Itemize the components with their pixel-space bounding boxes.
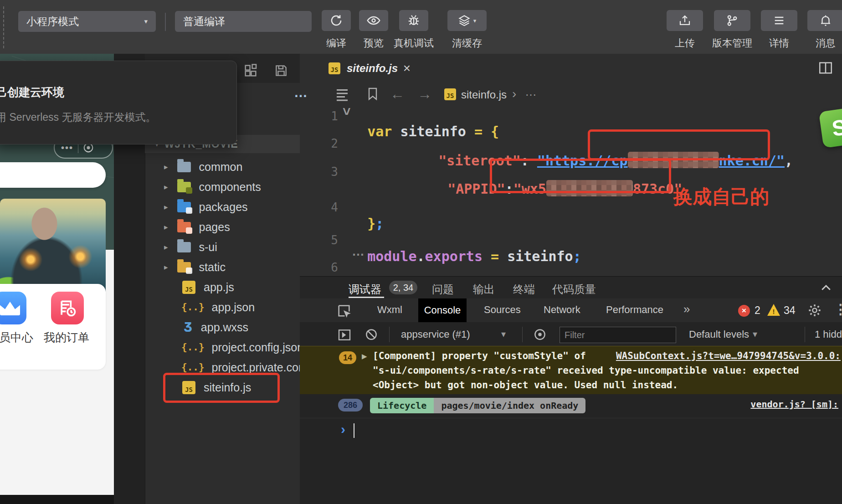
member-center-icon[interactable] (0, 292, 26, 324)
lifecycle-tag: Lifecycle (370, 398, 434, 413)
levels-dropdown-icon[interactable]: ▾ (753, 329, 757, 339)
siteroot-highlight-box (588, 129, 770, 160)
tab-debugger[interactable]: 调试器 (349, 282, 381, 297)
preview-button[interactable] (359, 10, 388, 31)
console-eye-icon[interactable] (533, 328, 547, 341)
editor-tab-siteinfo[interactable]: JS siteinfo.js × (322, 54, 417, 83)
split-editor-icon[interactable] (818, 60, 833, 76)
chevron-right-icon: ▸ (164, 182, 168, 192)
compile-button[interactable] (322, 10, 351, 31)
tab-problems[interactable]: 问题 (432, 282, 454, 297)
toolbar-divider (165, 13, 166, 31)
code-token: } (367, 216, 375, 231)
badge-text: 2, 34 (393, 283, 413, 293)
folder-icon (177, 202, 191, 212)
collapse-panel-icon[interactable] (819, 281, 833, 295)
nav-forward-icon[interactable]: → (417, 86, 432, 103)
tree-item-label: common (199, 160, 243, 174)
tree-item-common[interactable]: ▸ common (145, 157, 300, 177)
device-debug-button[interactable] (399, 10, 428, 31)
outline-icon[interactable] (334, 87, 350, 103)
code-token: exports (425, 248, 483, 264)
movie-banner[interactable] (0, 199, 106, 295)
devtools-tab-wxml[interactable]: Wxml (377, 304, 402, 316)
context-select[interactable]: appservice (#1) (401, 329, 470, 340)
devtools-tab-performance[interactable]: Performance (606, 304, 663, 316)
tree-item-s-ui[interactable]: ▸ s-ui (145, 237, 300, 257)
bookmark-icon[interactable] (365, 87, 380, 101)
code-line-5[interactable]: module.exports = siteinfo; (351, 232, 581, 264)
tree-item-project-config[interactable]: {..} project.config.json (145, 337, 300, 357)
hidden-count-label: 1 hidden (815, 329, 842, 340)
fold-icon[interactable]: ˅ (343, 104, 351, 119)
save-icon[interactable] (274, 63, 288, 78)
kebab-menu-icon[interactable]: ⋮ (834, 301, 842, 317)
mode-select[interactable]: 小程序模式 ▾ (18, 11, 156, 32)
tree-item-app-wxss[interactable]: Ʒ app.wxss (145, 317, 300, 337)
chevron-right-icon: ▸ (164, 242, 168, 252)
member-center-label[interactable]: 员中心 (0, 330, 33, 345)
inspect-icon[interactable] (336, 303, 352, 319)
tree-item-label: s-ui (199, 241, 217, 254)
clear-console-icon[interactable] (365, 328, 378, 341)
tab-label: Performance (606, 304, 663, 315)
tree-item-app-js[interactable]: JS app.js (145, 277, 300, 297)
tree-item-label: project.private.config.js… (212, 361, 300, 374)
error-x: × (742, 306, 746, 315)
console-input[interactable] (359, 419, 815, 439)
tree-item-pages[interactable]: ▸ pages (145, 217, 300, 237)
panel-resize-handle[interactable] (3, 6, 4, 48)
tree-item-components[interactable]: ▸ components (145, 177, 300, 197)
tab-terminal[interactable]: 终端 (513, 282, 535, 297)
details-button[interactable] (761, 10, 797, 31)
breadcrumb-file[interactable]: siteinfo.js (461, 88, 507, 101)
devtools-tab-console[interactable]: Console (418, 298, 467, 322)
tab-close-icon[interactable]: × (403, 61, 411, 76)
chevron-down-icon: ▾ (473, 17, 477, 24)
gear-icon[interactable] (807, 303, 822, 318)
folder-icon (177, 242, 191, 252)
orders-label[interactable]: 我的订单 (44, 330, 89, 345)
tab-output[interactable]: 输出 (473, 282, 495, 297)
tree-item-packages[interactable]: ▸ packages (145, 197, 300, 217)
tree-item-static[interactable]: ▸ static (145, 257, 300, 277)
nav-back-icon[interactable]: ← (390, 86, 405, 103)
lifecycle-detail-tag: pages/movie/index onReady (434, 398, 585, 413)
context-dropdown-icon[interactable]: ▾ (501, 329, 506, 339)
tree-item-label: app.wxss (201, 321, 248, 334)
levels-select[interactable]: Default levels (689, 329, 749, 340)
tab-terminal-label: 终端 (513, 283, 535, 295)
breadcrumb-more[interactable]: … (525, 85, 537, 99)
error-badge-icon[interactable]: × (738, 305, 750, 317)
orders-icon[interactable] (51, 292, 84, 324)
tab-problems-label: 问题 (432, 283, 454, 295)
expand-arrow-icon[interactable]: ▶ (362, 352, 367, 360)
code-line-4[interactable]: }; (351, 200, 384, 231)
warning-source-link[interactable]: WASubContext.js?t=we…947994745&v=3.0.0: (611, 350, 841, 361)
code-line-1[interactable]: var siteinfo = { (351, 108, 499, 139)
devtools-tab-sources[interactable]: Sources (484, 304, 521, 316)
tab-label: Sources (484, 304, 521, 315)
clear-cache-button[interactable]: ▾ (447, 10, 487, 31)
tab-code-quality[interactable]: 代码质量 (552, 282, 596, 297)
json-file-icon: {..} (181, 362, 205, 373)
js-file-icon: JS (444, 88, 456, 100)
tooltip-title: 己创建云环境 (0, 85, 64, 100)
grid-view-icon[interactable] (243, 63, 258, 78)
version-label: 版本管理 (707, 36, 758, 50)
devtools-tab-network[interactable]: Network (544, 304, 580, 316)
search-input[interactable] (0, 162, 106, 188)
tree-item-app-json[interactable]: {..} app.json (145, 297, 300, 317)
compile-mode-select[interactable]: 普通编译 (175, 11, 312, 32)
upload-button[interactable] (667, 10, 703, 31)
console-filter-input[interactable] (560, 327, 676, 343)
devtools-overflow-icon[interactable]: » (683, 302, 690, 316)
tab-debugger-label: 调试器 (349, 283, 381, 295)
compile-mode-label: 普通编译 (183, 15, 225, 29)
sidepanel-toggle-icon[interactable] (337, 328, 352, 342)
explorer-more-button[interactable]: … (294, 85, 308, 100)
crown-icon (0, 302, 20, 315)
messages-button[interactable] (807, 10, 842, 31)
version-button[interactable] (714, 10, 750, 31)
info-source-link[interactable]: vendor.js? [sm]: (747, 399, 838, 410)
